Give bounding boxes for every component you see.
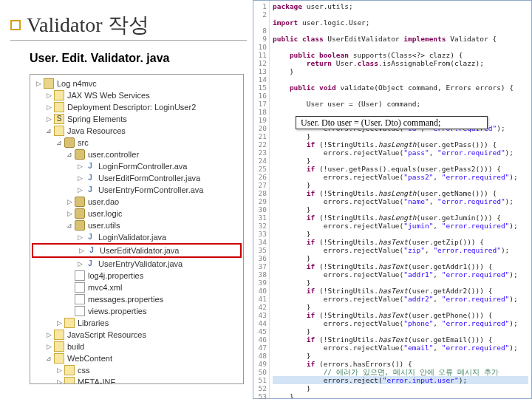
tree-file[interactable]: mvc4.xml — [32, 282, 242, 293]
callout-text: User. Dto user = (User. Dto) command; — [301, 117, 440, 129]
tree-java-resources[interactable]: ⊿Java Resources — [32, 125, 242, 137]
tree-item[interactable]: ▷SSpring Elements — [32, 113, 242, 125]
tree-folder[interactable]: ▷css — [32, 364, 242, 376]
tree-java-file[interactable]: ▷JUserEntryValidator.java — [32, 258, 242, 270]
tree-java-file[interactable]: ▷JUserEntryFormController.ava — [32, 184, 242, 196]
tree-item[interactable]: ▷Deployment Descriptor: LoginUser2 — [32, 101, 242, 113]
tree-webcontent[interactable]: ⊿WebContent — [32, 352, 242, 364]
tree-item[interactable]: ▷JAX WS Web Services — [32, 89, 242, 101]
tree-package[interactable]: ▷user.dao — [32, 196, 242, 208]
code-editor[interactable]: 1289101112131415161718192021222324252627… — [253, 0, 532, 399]
tree-item[interactable]: ▷build — [32, 341, 242, 352]
slide-subtitle: User. Edit. Validator. java — [30, 52, 169, 65]
title-underline — [10, 40, 247, 41]
tree-file[interactable]: messages.properties — [32, 293, 242, 305]
slide-title: Validator 작성 — [27, 11, 149, 39]
tree-java-file-highlighted[interactable]: ▷JUserEditValidator.java — [32, 243, 242, 258]
tree-folder[interactable]: ▷META-INF — [32, 376, 242, 384]
project-explorer: ▷Log n4mvc ▷JAX WS Web Services ▷Deploym… — [30, 74, 244, 384]
slide-title-bar: Validator 작성 — [10, 10, 247, 40]
tree-file[interactable]: views.properties — [32, 305, 242, 317]
tree-src[interactable]: ⊿src — [32, 137, 242, 149]
title-bullet-icon — [10, 20, 21, 30]
tree-file[interactable]: log4j.properties — [32, 270, 242, 282]
line-gutter: 1289101112131415161718192021222324252627… — [253, 1, 270, 398]
tree-package[interactable]: ⊿user.controller — [32, 149, 242, 160]
tree-libraries[interactable]: ▷Libraries — [32, 317, 242, 329]
callout-box: User. Dto user = (User. Dto) command; — [296, 116, 488, 129]
code-content[interactable]: package user.utils; import user.logic.Us… — [270, 1, 531, 398]
tree-package[interactable]: ▷user.logic — [32, 208, 242, 219]
tree-package[interactable]: ⊿user.utils — [32, 219, 242, 231]
tree-project[interactable]: ▷Log n4mvc — [32, 78, 242, 89]
tree-item[interactable]: ▷JavaScript Resources — [32, 329, 242, 341]
tree-java-file[interactable]: ▷JLoginFormController.ava — [32, 160, 242, 172]
tree-java-file[interactable]: ▷JLoginValidator.java — [32, 231, 242, 243]
tree-java-file[interactable]: ▷JUserEditFormController.java — [32, 172, 242, 184]
